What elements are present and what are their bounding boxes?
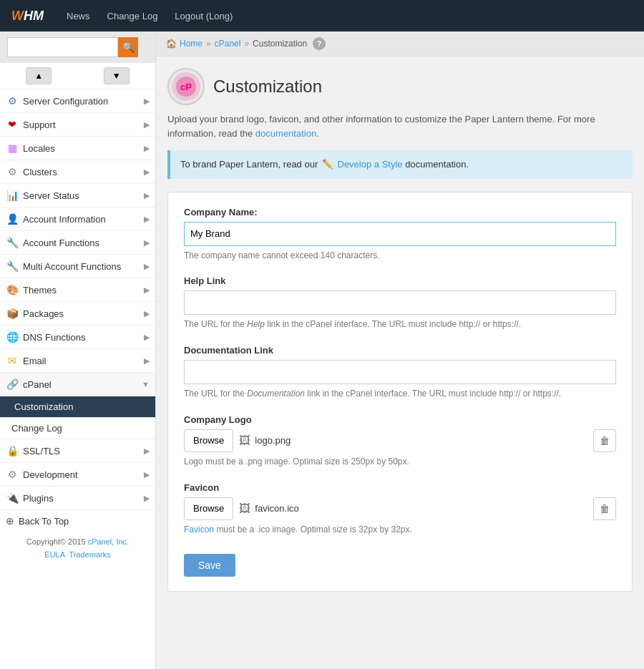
company-name-hint: The company name cannot exceed 140 chara… bbox=[184, 250, 616, 262]
nav-down-button[interactable]: ▼ bbox=[104, 67, 130, 84]
arrow-icon: ▶ bbox=[144, 262, 150, 271]
breadcrumb-cpanel[interactable]: cPanel bbox=[215, 39, 241, 49]
sidebar-label: Account Information bbox=[23, 214, 106, 225]
sidebar-nav-arrows: ▲ ▼ bbox=[0, 63, 155, 89]
arrow-icon: ▶ bbox=[144, 356, 150, 366]
sidebar-label: Clusters bbox=[23, 167, 57, 177]
sidebar-item-customization[interactable]: Customization bbox=[0, 396, 155, 418]
cpanel-inc-link[interactable]: cPanel, Inc. bbox=[88, 537, 129, 546]
doc-link-group: Documentation Link The URL for the Docum… bbox=[184, 345, 616, 400]
sidebar-item-server-status[interactable]: 📊 Server Status ▶ bbox=[0, 184, 155, 207]
pencil-icon: ✏️ bbox=[322, 159, 333, 170]
favicon-delete-button[interactable]: 🗑 bbox=[593, 497, 616, 520]
sidebar-item-development[interactable]: ⚙ Development ▶ bbox=[0, 463, 155, 487]
themes-icon: 🎨 bbox=[6, 283, 19, 296]
server-icon: ⚙ bbox=[6, 94, 19, 107]
develop-a-style-link[interactable]: Develop a Style bbox=[338, 159, 403, 170]
nav-changelog[interactable]: Change Log bbox=[107, 11, 158, 21]
nav-news[interactable]: News bbox=[67, 11, 90, 21]
arrow-icon: ▶ bbox=[144, 97, 150, 106]
sidebar: 🔍 ▲ ▼ ⚙ Server Configuration ▶ ❤ Support… bbox=[0, 31, 156, 669]
svg-text:cP: cP bbox=[180, 82, 192, 92]
sidebar-label: Packages bbox=[23, 308, 64, 319]
nav-logout[interactable]: Logout (Long) bbox=[175, 11, 233, 21]
sidebar-label: Plugins bbox=[23, 493, 54, 504]
change-log-label: Change Log bbox=[11, 423, 62, 434]
sidebar-item-themes[interactable]: 🎨 Themes ▶ bbox=[0, 278, 155, 302]
help-link-input[interactable] bbox=[184, 290, 616, 315]
email-icon: ✉ bbox=[6, 354, 19, 367]
company-name-input[interactable] bbox=[184, 222, 616, 246]
favicon-browse-button[interactable]: Browse bbox=[184, 497, 233, 520]
development-icon: ⚙ bbox=[6, 468, 19, 481]
sidebar-item-account-information[interactable]: 👤 Account Information ▶ bbox=[0, 207, 155, 231]
arrow-icon: ▶ bbox=[144, 120, 150, 130]
page-content-area: cP Customization Upload your brand logo,… bbox=[156, 57, 644, 603]
cpanel-arrow-icon: ▼ bbox=[142, 380, 150, 389]
sidebar-label: Multi Account Functions bbox=[23, 261, 121, 272]
sidebar-item-change-log[interactable]: Change Log bbox=[0, 418, 155, 439]
main-content: 🏠 Home » cPanel » Customization ? cP bbox=[156, 31, 644, 669]
sidebar-item-server-configuration[interactable]: ⚙ Server Configuration ▶ bbox=[0, 89, 155, 113]
help-link-hint: The URL for the Help link in the cPanel … bbox=[184, 318, 616, 331]
eula-link[interactable]: EULA bbox=[44, 550, 64, 559]
doc-link-hint: The URL for the Documentation link in th… bbox=[184, 388, 616, 400]
back-to-top-label: Back To Top bbox=[19, 516, 69, 527]
favicon-filename: favicon.ico bbox=[255, 503, 298, 514]
page-title: Customization bbox=[213, 77, 322, 97]
packages-icon: 📦 bbox=[6, 307, 19, 320]
company-name-group: Company Name: The company name cannot ex… bbox=[184, 207, 616, 262]
sidebar-item-email[interactable]: ✉ Email ▶ bbox=[0, 349, 155, 373]
company-logo-group: Company Logo Browse 🖼 logo.png 🗑 Logo mu… bbox=[184, 414, 616, 468]
page-header: cP Customization bbox=[167, 68, 633, 105]
favicon-hint: Favicon must be a .ico image. Optimal si… bbox=[184, 524, 616, 536]
sidebar-item-cpanel[interactable]: 🔗 cPanel ▼ bbox=[0, 373, 155, 396]
customization-label: Customization bbox=[14, 401, 73, 412]
help-link-group: Help Link The URL for the Help link in t… bbox=[184, 275, 616, 331]
sidebar-label: Locales bbox=[23, 143, 55, 154]
multi-account-icon: 🔧 bbox=[6, 260, 19, 273]
sidebar-item-packages[interactable]: 📦 Packages ▶ bbox=[0, 302, 155, 326]
layout: 🔍 ▲ ▼ ⚙ Server Configuration ▶ ❤ Support… bbox=[0, 31, 644, 669]
plugins-icon: 🔌 bbox=[6, 492, 19, 504]
sidebar-label: Account Functions bbox=[23, 238, 99, 248]
sidebar-item-support[interactable]: ❤ Support ▶ bbox=[0, 113, 155, 137]
search-input[interactable] bbox=[7, 37, 118, 57]
favicon-label: Favicon bbox=[184, 482, 616, 493]
sidebar-item-ssl-tls[interactable]: 🔒 SSL/TLS ▶ bbox=[0, 439, 155, 463]
arrow-icon: ▶ bbox=[144, 494, 150, 503]
arrow-icon: ▶ bbox=[144, 191, 150, 200]
search-button[interactable]: 🔍 bbox=[118, 37, 138, 57]
sidebar-item-dns[interactable]: 🌐 DNS Functions ▶ bbox=[0, 326, 155, 349]
save-button[interactable]: Save bbox=[184, 554, 235, 577]
doc-link-input[interactable] bbox=[184, 360, 616, 384]
arrow-icon: ▶ bbox=[144, 215, 150, 224]
form-card: Company Name: The company name cannot ex… bbox=[167, 192, 633, 592]
nav-up-button[interactable]: ▲ bbox=[26, 67, 52, 84]
back-to-top-button[interactable]: ⊕ Back To Top bbox=[0, 510, 155, 532]
sidebar-item-clusters[interactable]: ⚙ Clusters ▶ bbox=[0, 160, 155, 184]
sidebar-item-account-functions[interactable]: 🔧 Account Functions ▶ bbox=[0, 231, 155, 255]
cpanel-logo-svg: cP bbox=[170, 71, 202, 102]
sidebar-item-plugins[interactable]: 🔌 Plugins ▶ bbox=[0, 487, 155, 510]
support-icon: ❤ bbox=[6, 118, 19, 131]
arrow-icon: ▶ bbox=[144, 238, 150, 248]
favicon-group: Favicon Browse 🖼 favicon.ico 🗑 Favicon m… bbox=[184, 482, 616, 536]
breadcrumb-home[interactable]: Home bbox=[180, 39, 203, 49]
logo-hint: Logo must be a .png image. Optimal size … bbox=[184, 456, 616, 468]
arrow-icon: ▶ bbox=[144, 333, 150, 342]
breadcrumb-current: Customization bbox=[253, 39, 307, 49]
breadcrumb-help-icon[interactable]: ? bbox=[313, 37, 326, 50]
trademarks-link[interactable]: Trademarks bbox=[69, 550, 110, 559]
documentation-link[interactable]: documentation bbox=[255, 128, 316, 139]
help-link-label: Help Link bbox=[184, 275, 616, 286]
logo-browse-button[interactable]: Browse bbox=[184, 429, 233, 452]
sidebar-label: Server Configuration bbox=[23, 96, 108, 107]
arrow-icon: ▶ bbox=[144, 285, 150, 295]
sidebar-item-locales[interactable]: ▦ Locales ▶ bbox=[0, 137, 155, 160]
favicon-link[interactable]: Favicon bbox=[184, 524, 214, 534]
logo-file-row: Browse 🖼 logo.png 🗑 bbox=[184, 429, 616, 452]
page-logo: cP bbox=[167, 68, 205, 105]
sidebar-item-multi-account[interactable]: 🔧 Multi Account Functions ▶ bbox=[0, 255, 155, 278]
logo-delete-button[interactable]: 🗑 bbox=[593, 429, 616, 452]
